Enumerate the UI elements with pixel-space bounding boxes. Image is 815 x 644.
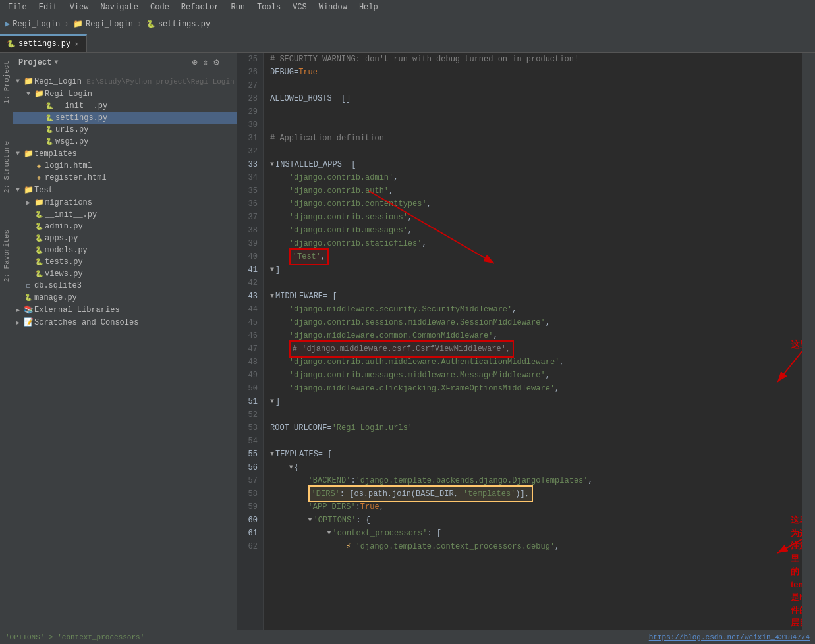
tree-item-admin[interactable]: 🐍 admin.py [13, 221, 237, 232]
tab-close-button[interactable]: ✕ [73, 40, 80, 48]
menu-vcs[interactable]: VCS [287, 0, 312, 14]
title-path1: 📁 Regi_Login [73, 19, 133, 29]
code-line-28: ALLOWED_HOSTS = [] [270, 92, 795, 105]
status-bar: 'OPTIONS' > 'context_processors' https:/… [0, 630, 815, 644]
code-line-42 [270, 277, 795, 290]
menu-help[interactable]: Help [354, 0, 383, 14]
title-path1-name: Regi_Login [86, 20, 133, 29]
tree-item-apps[interactable]: 🐍 apps.py [13, 232, 237, 244]
left-vertical-tabs: 1: Project 2: Structure 2: Favorites [0, 53, 13, 630]
main-content: 1: Project 2: Structure 2: Favorites Pro… [0, 53, 815, 630]
code-line-49: 'django.contrib.messages.middleware.Mess… [270, 369, 795, 382]
left-tab-structure[interactable]: 2: Structure [1, 136, 12, 198]
tree-item-scratches[interactable]: ▶ 📝 Scratches and Consoles [13, 316, 237, 329]
title-project-name: Regi_Login [13, 20, 60, 29]
code-line-58: 'DIRS': [os.path.join(BASE_DIR, 'templat… [270, 487, 795, 500]
tree-item-external-libs[interactable]: ▶ 📚 External Libraries [13, 304, 237, 316]
tree-item-migrations[interactable]: ▶ 📁 migrations [13, 196, 237, 209]
code-editor-wrapper: 25 26 27 28 29 30 31 32 33 34 35 36 37 3… [237, 53, 802, 630]
tab-bar: 🐍 settings.py ✕ [0, 34, 815, 53]
code-line-37: 'django.contrib.sessions', [270, 211, 795, 224]
tab-settings-py[interactable]: 🐍 settings.py ✕ [0, 34, 87, 52]
tree-label-external-libs: External Libraries [34, 306, 120, 315]
menu-refactor[interactable]: Refactor [176, 0, 225, 14]
status-url[interactable]: https://blog.csdn.net/weixin_43184774 [649, 633, 810, 641]
menu-tools[interactable]: Tools [252, 0, 286, 14]
sidebar-close-btn[interactable]: — [223, 56, 231, 69]
code-line-38: 'django.contrib.messages', [270, 224, 795, 237]
tree-item-tests[interactable]: 🐍 tests.py [13, 256, 237, 268]
tree-label-models: models.py [45, 246, 88, 255]
status-breadcrumb: 'OPTIONS' > 'context_processors' [5, 633, 144, 641]
tree-item-init[interactable]: 🐍 __init__.py [13, 100, 237, 112]
tree-item-root[interactable]: ▼ 📁 Regi_Login E:\Study\Python_project\R… [13, 75, 237, 88]
tree-item-login-html[interactable]: ◈ login.html [13, 160, 237, 172]
code-line-56: ▼ { [270, 461, 795, 474]
code-line-53: ROOT_URLCONF = 'Regi_Login.urls' [270, 421, 795, 435]
sidebar: Project ▼ ⊕ ⇕ ⚙ — ▼ 📁 Regi_Login E:\Stud… [13, 53, 237, 630]
code-line-26: DEBUG = True [270, 66, 795, 79]
tree-item-views[interactable]: 🐍 views.py [13, 268, 237, 280]
editor-area[interactable]: 25 26 27 28 29 30 31 32 33 34 35 36 37 3… [237, 53, 802, 630]
tree-label-test: Test [34, 186, 53, 195]
code-line-27 [270, 79, 795, 92]
sidebar-locate-btn[interactable]: ⊕ [190, 55, 198, 69]
tree-item-register-html[interactable]: ◈ register.html [13, 172, 237, 184]
tree-label-manage: manage.py [34, 293, 77, 302]
code-line-36: 'django.contrib.contenttypes', [270, 198, 795, 211]
tab-py-icon: 🐍 [7, 40, 16, 48]
code-line-43: ▼ MIDDLEWARE = [ [270, 290, 795, 303]
file-tree: ▼ 📁 Regi_Login E:\Study\Python_project\R… [13, 72, 237, 630]
menu-navigate[interactable]: Navigate [95, 0, 144, 14]
code-lines[interactable]: # SECURITY WARNING: don't run with debug… [264, 53, 802, 630]
left-tab-favorites[interactable]: 2: Favorites [1, 225, 12, 287]
tree-item-templates[interactable]: ▼ 📁 templates [13, 148, 237, 160]
menu-file[interactable]: File [3, 0, 32, 14]
menu-view[interactable]: View [65, 0, 94, 14]
code-line-33: ▼ INSTALLED_APPS = [ [270, 158, 795, 171]
code-line-61: ▼ 'context_processors': [ [270, 527, 795, 540]
line-numbers: 25 26 27 28 29 30 31 32 33 34 35 36 37 3… [237, 53, 264, 630]
title-project: ▶ Regi_Login [5, 19, 60, 29]
code-line-30 [270, 119, 795, 132]
tree-label-scratches: Scratches and Consoles [34, 318, 138, 327]
menu-code[interactable]: Code [145, 0, 175, 14]
tree-label-test-init: __init__.py [45, 210, 97, 219]
code-line-54 [270, 435, 795, 448]
menu-edit[interactable]: Edit [34, 0, 63, 14]
tree-item-models[interactable]: 🐍 models.py [13, 244, 237, 256]
tree-item-regi-login[interactable]: ▼ 📁 Regi_Login [13, 88, 237, 100]
tree-label-urls: urls.py [55, 125, 88, 134]
code-container[interactable]: 25 26 27 28 29 30 31 32 33 34 35 36 37 3… [237, 53, 802, 630]
code-line-52 [270, 408, 795, 421]
tree-item-wsgi[interactable]: 🐍 wsgi.py [13, 136, 237, 148]
tree-item-manage[interactable]: 🐍 manage.py [13, 292, 237, 304]
tree-item-test-init[interactable]: 🐍 __init__.py [13, 209, 237, 221]
code-line-55: ▼ TEMPLATES = [ [270, 448, 795, 461]
menu-window[interactable]: Window [314, 0, 352, 14]
right-vertical-tabs [802, 53, 815, 630]
title-bar: ▶ Regi_Login › 📁 Regi_Login › 🐍 settings… [0, 14, 815, 34]
tree-item-urls[interactable]: 🐍 urls.py [13, 124, 237, 136]
code-line-40: 'Test', [270, 250, 795, 263]
code-line-62: ⚡ 'django.template.context_processors.de… [270, 540, 795, 553]
tree-label-wsgi: wsgi.py [55, 137, 88, 146]
tree-item-settings[interactable]: 🐍 settings.py [13, 112, 237, 124]
tree-item-db[interactable]: ◻ db.sqlite3 [13, 280, 237, 292]
sidebar-title: Project ▼ [18, 58, 58, 67]
tree-label-tests: tests.py [45, 257, 83, 267]
code-line-31: # Application definition [270, 132, 795, 145]
tree-item-test[interactable]: ▼ 📁 Test [13, 184, 237, 196]
title-path2: 🐍 settings.py [146, 20, 210, 29]
code-line-51: ▼ ] [270, 395, 795, 408]
sidebar-collapse-btn[interactable]: ⇕ [202, 55, 210, 69]
left-tab-project[interactable]: 1: Project [1, 55, 12, 109]
sidebar-header: Project ▼ ⊕ ⇕ ⚙ — [13, 53, 237, 72]
code-line-47: # 'django.middleware.csrf.CsrfViewMiddle… [270, 342, 795, 356]
tree-label-register-html: register.html [45, 173, 107, 182]
menu-run[interactable]: Run [225, 0, 250, 14]
tree-label-views: views.py [45, 269, 83, 279]
code-line-32 [270, 145, 795, 158]
code-line-44: 'django.middleware.security.SecurityMidd… [270, 303, 795, 316]
sidebar-settings-btn[interactable]: ⚙ [212, 55, 220, 69]
